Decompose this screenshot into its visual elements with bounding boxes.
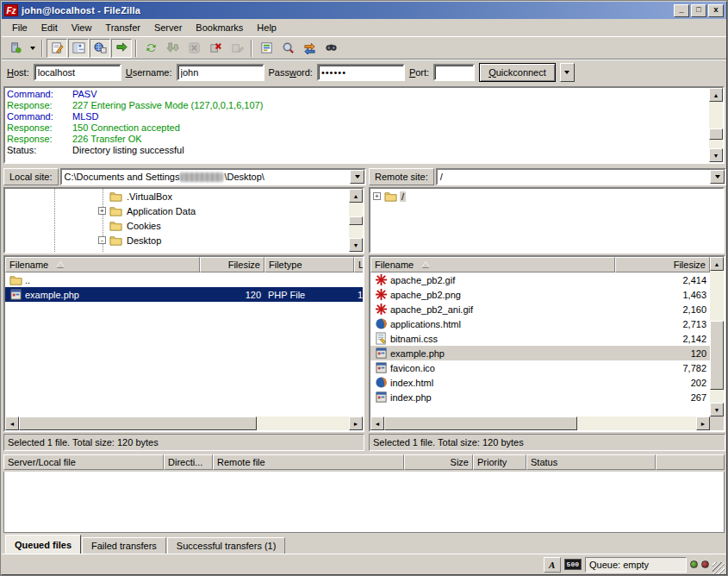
scroll-left-icon[interactable]: ◄ [5,416,19,430]
local-list-hscrollbar[interactable]: ◄ ► [5,416,363,430]
password-input[interactable] [317,64,405,81]
quickconnect-dropdown[interactable] [560,63,575,82]
password-label: Password: [269,67,313,78]
port-input[interactable] [433,64,475,81]
column-header-filesize[interactable]: Filesize [200,257,264,272]
log-scrollbar[interactable]: ▲ ▼ [709,88,723,162]
tab-failed-transfers[interactable]: Failed transfers [82,537,166,554]
file-row-applications-html[interactable]: applications.html2,713 [370,316,710,331]
speed-limits-icon[interactable]: 500 [564,559,582,570]
refresh-icon[interactable] [140,39,161,58]
file-row-apache-pb2-gif[interactable]: apache_pb2.gif2,414 [370,272,710,287]
site-manager-dropdown-icon[interactable] [27,39,38,58]
transfer-type-icon[interactable]: A [544,557,561,573]
tree-item--virtualbox[interactable]: .VirtualBox [5,189,349,203]
expand-icon[interactable]: + [98,207,106,215]
file-row-bitnami-css[interactable]: bitnami.css2,142 [370,331,710,346]
queue-column-size[interactable]: Size [404,454,473,470]
username-input[interactable] [177,64,264,81]
file-row-favicon-ico[interactable]: favicon.ico7,782 [370,360,710,375]
close-button[interactable]: x [708,4,724,17]
toggle-queue-icon[interactable] [111,39,132,58]
scroll-right-icon[interactable]: ► [696,416,710,430]
scroll-right-icon[interactable]: ► [349,416,363,430]
modified-cell: 1 [354,287,363,302]
tree-item--[interactable]: +/ [370,189,723,203]
scroll-up-icon[interactable]: ▲ [709,88,723,102]
modified-cell [354,272,363,287]
scroll-left-icon[interactable]: ◄ [370,416,384,430]
scroll-down-icon[interactable]: ▼ [710,403,724,416]
menu-server[interactable]: Server [147,21,189,34]
quickconnect-bar: Host: Username: Password: Port: Quickcon… [2,59,726,85]
process-queue-icon[interactable] [162,39,183,58]
remote-list-hscrollbar[interactable]: ◄ ► [370,416,710,430]
scroll-up-icon[interactable]: ▲ [710,257,724,271]
menu-bookmarks[interactable]: Bookmarks [189,21,250,34]
directory-comparison-icon[interactable] [277,39,298,58]
queue-column-server-local-file[interactable]: Server/Local file [3,454,164,470]
minimize-button[interactable]: _ [674,4,689,17]
site-manager-icon[interactable] [5,39,26,58]
collapse-icon[interactable]: - [98,236,106,244]
queue-list[interactable] [3,472,725,533]
toggle-local-tree-icon[interactable] [68,39,89,58]
scroll-down-icon[interactable]: ▼ [349,238,363,252]
tree-item-cookies[interactable]: Cookies [5,218,349,233]
file-row-apache-pb2-png[interactable]: apache_pb2.png1,463 [370,287,710,302]
quickconnect-button[interactable]: Quickconnect [479,63,556,82]
column-header-l[interactable]: L [354,257,363,272]
menu-edit[interactable]: Edit [34,21,65,34]
tab-successful-transfers-1-[interactable]: Successful transfers (1) [167,537,286,554]
tab-queued-files[interactable]: Queued files [5,535,81,554]
search-icon[interactable] [320,39,341,58]
title-bar[interactable]: Fz john@localhost - FileZilla _ □ x [2,2,726,19]
file-row-index-php[interactable]: index.php267 [370,390,710,404]
remote-list-vscrollbar[interactable]: ▲ ▼ [710,257,724,416]
column-header-filename[interactable]: Filename [370,257,615,272]
local-path-combo[interactable]: C:\Documents and Settings\Desktop\ [60,168,366,185]
maximize-button[interactable]: □ [691,4,706,17]
expand-icon[interactable]: + [373,192,381,200]
sort-ascending-icon [57,262,64,267]
queue-column-directi-[interactable]: Directi... [164,454,213,470]
filesize-cell: 1,463 [615,287,710,302]
queue-column-status[interactable]: Status [526,454,656,470]
menu-view[interactable]: View [65,21,99,34]
file-row-index-html[interactable]: index.html202 [370,375,710,390]
host-input[interactable] [34,64,121,81]
cancel-operation-icon[interactable] [184,39,204,58]
filename-cell: applications.html [370,316,615,331]
queue-column-priority[interactable]: Priority [473,454,526,470]
toolbar-separator [41,40,43,57]
tree-item-label: Cookies [125,221,163,231]
queue-column-remote-file[interactable]: Remote file [213,454,404,470]
scroll-up-icon[interactable]: ▲ [349,189,363,203]
scroll-down-icon[interactable]: ▼ [709,148,723,162]
local-tree-scrollbar[interactable]: ▲ ▼ [349,189,363,252]
menu-file[interactable]: File [5,21,34,34]
filename-cell: example.php [5,287,200,302]
file-row-example-php[interactable]: example.php120PHP File1 [5,287,363,302]
remote-path-combo[interactable]: / [436,168,726,185]
filter-icon[interactable] [256,39,277,58]
reconnect-icon[interactable] [227,39,247,58]
tree-item-desktop[interactable]: -Desktop [5,233,349,247]
remote-path-dropdown[interactable] [710,170,725,184]
column-header-filename[interactable]: Filename [5,257,200,272]
menu-transfer[interactable]: Transfer [98,21,147,34]
column-header-filesize[interactable]: Filesize [615,257,710,272]
menu-bar: FileEditViewTransferServerBookmarksHelp [2,19,726,36]
local-path-dropdown[interactable] [350,170,364,184]
toggle-remote-tree-icon[interactable] [90,39,110,58]
menu-help[interactable]: Help [250,21,283,34]
column-header-filetype[interactable]: Filetype [264,257,354,272]
tree-item-application-data[interactable]: +Application Data [5,203,349,218]
toggle-message-log-icon[interactable] [47,39,67,58]
file-row--[interactable]: .. [5,272,363,287]
file-row-example-php[interactable]: example.php120 [370,346,710,360]
file-row-apache-pb2-ani-gif[interactable]: apache_pb2_ani.gif2,160 [370,302,710,316]
resize-grip[interactable] [712,562,725,574]
synchronized-browsing-icon[interactable] [299,39,320,58]
disconnect-icon[interactable] [205,39,226,58]
